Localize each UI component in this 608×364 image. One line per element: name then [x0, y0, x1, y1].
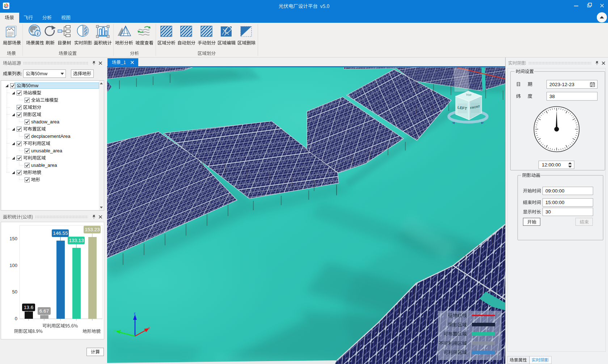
svg-text:z: z: [134, 311, 136, 315]
svg-text:50: 50: [12, 289, 17, 295]
svg-text:0: 0: [15, 316, 17, 321]
svg-text:13.6: 13.6: [24, 305, 33, 310]
svg-text:6.67: 6.67: [39, 308, 49, 314]
svg-text:133.13: 133.13: [69, 238, 84, 243]
svg-text:y: y: [113, 328, 115, 333]
svg-text:153.23: 153.23: [85, 227, 100, 232]
svg-text:150: 150: [9, 236, 17, 241]
svg-text:x: x: [148, 325, 150, 330]
svg-text:100: 100: [9, 263, 17, 268]
svg-text:146.55: 146.55: [53, 230, 68, 236]
svg-text:TOP: TOP: [466, 93, 472, 97]
